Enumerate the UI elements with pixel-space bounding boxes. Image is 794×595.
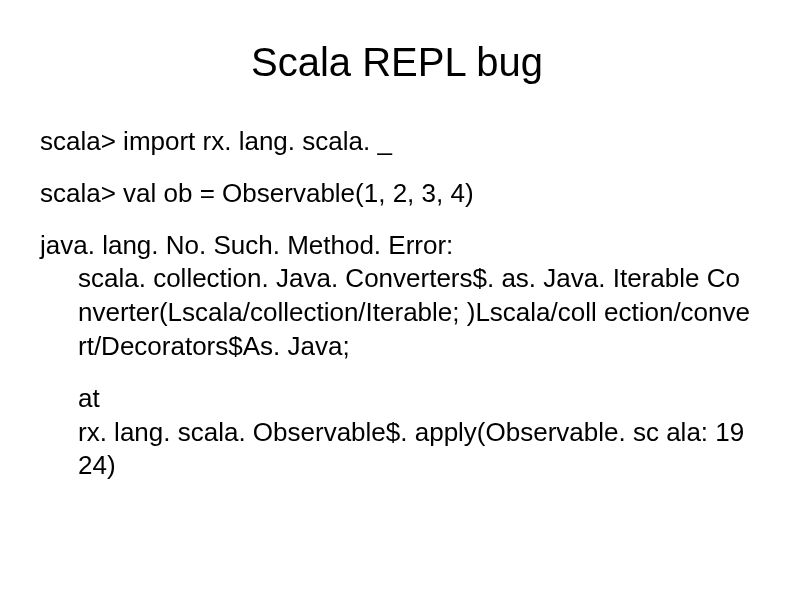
repl-val-line: scala> val ob = Observable(1, 2, 3, 4) xyxy=(40,177,754,211)
repl-import-line: scala> import rx. lang. scala. _ xyxy=(40,125,754,159)
stack-detail: rx. lang. scala. Observable$. apply(Obse… xyxy=(78,416,754,484)
stack-trace: at rx. lang. scala. Observable$. apply(O… xyxy=(40,382,754,483)
error-header: java. lang. No. Such. Method. Error: xyxy=(40,229,754,263)
slide-title: Scala REPL bug xyxy=(40,40,754,85)
error-block: java. lang. No. Such. Method. Error: sca… xyxy=(40,229,754,364)
error-body: scala. collection. Java. Converters$. as… xyxy=(78,262,754,363)
stack-at: at xyxy=(78,382,754,416)
